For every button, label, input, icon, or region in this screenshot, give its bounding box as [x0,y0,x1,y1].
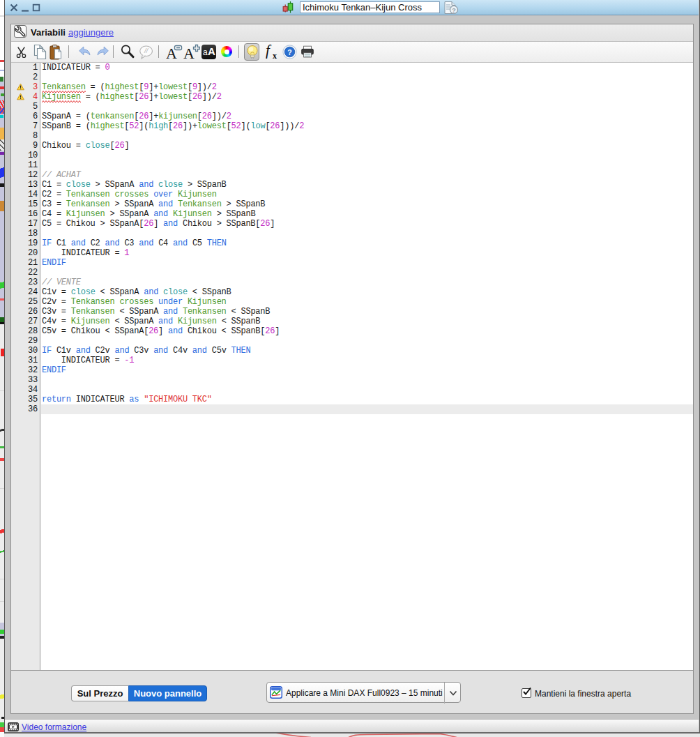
svg-text:A: A [183,45,195,61]
svg-text:f: f [266,44,272,59]
svg-text:A: A [166,45,177,61]
svg-text:x: x [273,51,277,61]
svg-text:?: ? [452,7,456,14]
svg-text:?: ? [287,48,291,56]
